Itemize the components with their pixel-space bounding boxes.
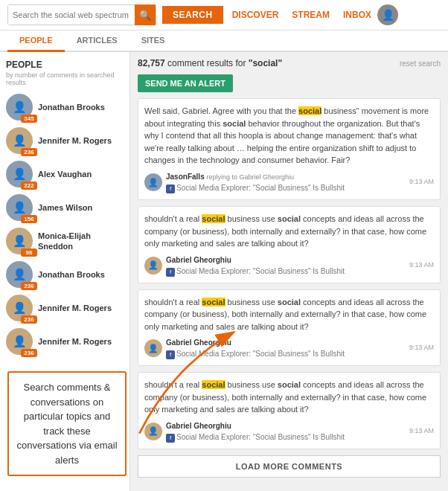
list-item[interactable]: 👤 222 Alex Vaughan	[6, 161, 124, 187]
comment-source: fSocial Media Explorer: "Social Business…	[166, 348, 406, 359]
comment-author: Gabriel Gheorghiu	[166, 256, 231, 264]
person-name: Jennifer M. Rogers	[38, 336, 112, 347]
bold-social: social	[278, 298, 301, 307]
person-name: Jennifer M. Rogers	[38, 303, 112, 313]
comment-card: shouldn't a real social business use soc…	[138, 206, 441, 283]
bold-social: social	[278, 380, 301, 389]
search-icon-button[interactable]: 🔍	[135, 4, 156, 25]
person-avatar: 👤 345	[6, 94, 33, 121]
person-avatar: 👤 236	[6, 261, 33, 288]
comment-text: shouldn't a real social business use soc…	[144, 213, 434, 250]
comment-card: shouldn't a real social business use soc…	[138, 372, 441, 449]
person-avatar: 👤 236	[6, 328, 33, 355]
reset-search-link[interactable]: reset search	[400, 60, 441, 68]
list-item[interactable]: 👤 156 James Wilson	[6, 194, 124, 221]
comment-author: JasonFalls	[166, 173, 205, 181]
list-item[interactable]: 👤 345 Jonathan Brooks	[6, 94, 124, 121]
tab-articles[interactable]: ARTICLES	[65, 31, 129, 52]
results-count: 82,757 comment results for "social"	[138, 58, 282, 68]
person-avatar: 👤 236	[6, 295, 33, 321]
meta-avatar: 👤	[144, 257, 162, 275]
comment-time: 9:13 AM	[409, 426, 434, 437]
tab-bar: PEOPLE ARTICLES SITES	[0, 31, 448, 52]
person-avatar: 👤 156	[6, 194, 33, 221]
comment-badge: 345	[21, 115, 37, 123]
social-icon: f	[166, 184, 175, 193]
highlight-social: social	[202, 380, 225, 389]
meta-avatar: 👤	[144, 173, 162, 191]
comment-badge: 236	[21, 349, 37, 357]
comment-text: Well said, Gabriel. Agree with you that …	[144, 105, 434, 167]
person-name: Jonathan Brooks	[38, 102, 105, 112]
nav-stream[interactable]: STREAM	[292, 10, 330, 20]
comment-author: Gabriel Gheorghiu	[166, 338, 231, 347]
highlight-social: social	[202, 214, 225, 223]
meta-info: Gabriel Gheorghiu fSocial Media Explorer…	[166, 254, 406, 277]
comment-source: fSocial Media Explorer: "Social Business…	[166, 182, 406, 193]
nav-inbox[interactable]: INBOX	[343, 10, 371, 20]
send-alert-button[interactable]: SEND ME AN ALERT	[138, 74, 233, 92]
highlight-social: social	[202, 298, 225, 307]
tab-people[interactable]: PEOPLE	[7, 31, 65, 52]
person-name: Alex Vaughan	[38, 169, 92, 179]
nav-discover[interactable]: DISCOVER	[232, 10, 279, 20]
sidebar: PEOPLE by number of comments in searched…	[0, 52, 130, 491]
results-header: 82,757 comment results for "social" rese…	[138, 58, 441, 68]
person-avatar: 👤 222	[6, 161, 33, 187]
comment-author: Gabriel Gheorghiu	[166, 422, 231, 430]
comment-meta: 👤 Gabriel Gheorghiu fSocial Media Explor…	[144, 420, 434, 443]
tooltip-box: Search comments & conversations on parti…	[7, 371, 127, 476]
social-icon: f	[166, 268, 175, 277]
comment-badge: 222	[21, 182, 37, 190]
load-more-button[interactable]: LOAD MORE COMMENTS	[138, 455, 441, 478]
search-bar: 🔍	[7, 4, 156, 25]
comment-badge: 236	[21, 148, 37, 156]
person-name: Monica-Elijah Sneddon	[38, 231, 124, 252]
sidebar-title: PEOPLE	[6, 60, 124, 70]
comment-card: shouldn't a real social business use soc…	[138, 289, 441, 367]
bold-social: social	[278, 214, 301, 223]
comment-time: 9:13 AM	[409, 260, 434, 271]
person-avatar: 👤 236	[6, 127, 33, 154]
comment-meta: 👤 JasonFalls replying to Gabriel Gheorgh…	[144, 171, 434, 194]
comment-badge: 236	[21, 282, 37, 290]
comment-source: fSocial Media Explorer: "Social Business…	[166, 266, 406, 277]
tab-sites[interactable]: SITES	[129, 31, 177, 52]
user-avatar[interactable]: 👤	[377, 4, 398, 25]
meta-info: Gabriel Gheorghiu fSocial Media Explorer…	[166, 337, 406, 359]
comment-text: shouldn't a real social business use soc…	[144, 379, 434, 416]
meta-avatar: 👤	[144, 339, 162, 357]
highlight-social: social	[298, 106, 321, 115]
person-name: James Wilson	[38, 202, 92, 213]
comment-card: Well said, Gabriel. Agree with you that …	[138, 98, 441, 200]
list-item[interactable]: 👤 236 Jennifer M. Rogers	[6, 295, 124, 321]
comment-time: 9:13 AM	[409, 343, 434, 353]
list-item[interactable]: 👤 236 Jonathan Brooks	[6, 261, 124, 288]
comment-text: shouldn't a real social business use soc…	[144, 296, 434, 333]
results-content: 82,757 comment results for "social" rese…	[130, 52, 448, 491]
comment-badge: 236	[21, 315, 37, 324]
main-layout: PEOPLE by number of comments in searched…	[0, 52, 448, 491]
comment-badge: 156	[21, 215, 37, 223]
meta-info: Gabriel Gheorghiu fSocial Media Explorer…	[166, 420, 406, 443]
comment-badge: 98	[21, 248, 37, 257]
sidebar-subtitle: by number of comments in searched result…	[6, 71, 124, 86]
header: 🔍 SEARCH DISCOVER STREAM INBOX 👤	[0, 0, 448, 31]
list-item[interactable]: 👤 236 Jennifer M. Rogers	[6, 127, 124, 154]
list-item[interactable]: 👤 236 Jennifer M. Rogers	[6, 328, 124, 355]
nav-search-button[interactable]: SEARCH	[162, 6, 223, 24]
meta-avatar: 👤	[144, 423, 162, 440]
person-name: Jennifer M. Rogers	[38, 135, 112, 146]
comment-meta: 👤 Gabriel Gheorghiu fSocial Media Explor…	[144, 337, 434, 359]
meta-info: JasonFalls replying to Gabriel Gheorghiu…	[166, 171, 406, 194]
nav-links: DISCOVER STREAM INBOX	[232, 10, 371, 20]
search-input[interactable]	[8, 5, 135, 25]
reply-note: replying to Gabriel Gheorghiu	[206, 173, 294, 181]
comment-source: fSocial Media Explorer: "Social Business…	[166, 431, 406, 443]
social-icon: f	[166, 434, 175, 443]
social-icon: f	[166, 350, 175, 359]
bold-social: social	[223, 119, 246, 128]
person-avatar: 👤 98	[6, 228, 33, 254]
list-item[interactable]: 👤 98 Monica-Elijah Sneddon	[6, 228, 124, 254]
comment-time: 9:13 AM	[409, 177, 434, 187]
